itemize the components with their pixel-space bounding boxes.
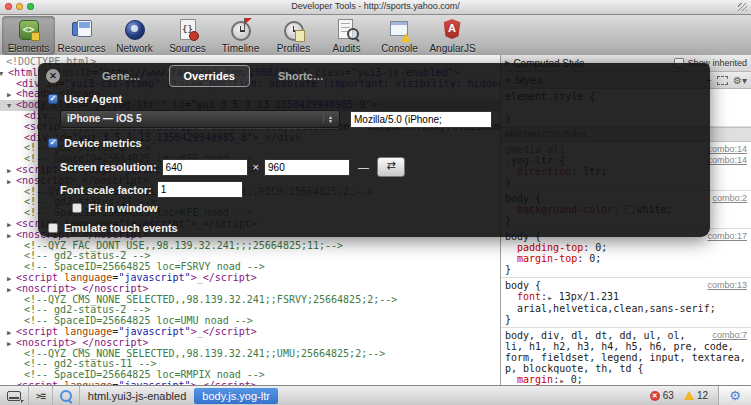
toolbar-tab-sources[interactable]: {}Sources xyxy=(161,16,214,55)
settings-tab-overrides[interactable]: Overrides xyxy=(169,65,250,87)
toolbar-tab-angularjs[interactable]: AAngularJS xyxy=(426,16,479,55)
resources-icon xyxy=(70,18,94,42)
toolbar-tab-elements[interactable]: <>Elements xyxy=(2,16,55,55)
console-prompt-icon: >≡ xyxy=(36,391,45,401)
timeline-icon xyxy=(229,18,253,42)
css-rule[interactable]: combo:13body {font:▶ 13px/1.231 arial,he… xyxy=(501,278,751,328)
dock-icon xyxy=(7,391,21,401)
toolbar-tab-console[interactable]: Console xyxy=(373,16,426,55)
toolbar-tab-label: Timeline xyxy=(222,43,259,54)
resize-grip-icon[interactable] xyxy=(738,3,747,11)
devtools-window: Developer Tools - http://sports.yahoo.co… xyxy=(0,0,751,405)
sources-icon: {} xyxy=(176,18,200,42)
user-agent-controls: iPhone — iOS 5 ▲▼ xyxy=(60,110,492,128)
emulate-touch-label: Emulate touch events xyxy=(64,222,178,234)
styles-gear-icon[interactable]: ⚙▾ xyxy=(733,75,747,86)
emulate-touch-row: Emulate touch events xyxy=(48,222,178,234)
inspect-element-button[interactable] xyxy=(53,386,80,405)
settings-tab-shortc[interactable]: Shortc… xyxy=(264,66,338,86)
fit-in-window-row: Fit in window xyxy=(72,202,158,214)
window-title: Developer Tools - http://sports.yahoo.co… xyxy=(0,1,751,11)
css-rule[interactable]: combo:7body, div, dl, dt, dd, ul, ol, li… xyxy=(501,328,751,386)
element-state-icon[interactable] xyxy=(717,76,728,85)
titlebar: Developer Tools - http://sports.yahoo.co… xyxy=(0,0,751,15)
toolbar-tab-label: Console xyxy=(381,43,418,54)
toolbar-tab-label: Elements xyxy=(8,43,50,54)
toolbar-tab-profiles[interactable]: Profiles xyxy=(267,16,320,55)
toolbar-tab-label: Profiles xyxy=(277,43,310,54)
settings-gear-button[interactable]: ⚙ xyxy=(718,386,751,405)
magnifier-icon xyxy=(60,390,72,402)
settings-overlay: ✕ Gene…OverridesShortc… ✓ User Agent iPh… xyxy=(38,63,710,237)
console-toggle-button[interactable]: >≡ xyxy=(29,386,53,405)
toolbar-tab-timeline[interactable]: Timeline xyxy=(214,16,267,55)
toolbar-tab-label: Resources xyxy=(58,43,106,54)
dash-separator: — xyxy=(358,161,369,173)
console-icon xyxy=(388,18,412,42)
user-agent-checkbox[interactable]: ✓ xyxy=(48,94,58,104)
css-source-link[interactable]: combo:2 xyxy=(712,193,747,203)
toolbar-tab-resources[interactable]: Resources xyxy=(55,16,108,55)
toolbar-tab-label: Sources xyxy=(169,43,206,54)
settings-tab-gene[interactable]: Gene… xyxy=(88,66,155,86)
font-scale-label: Font scale factor: xyxy=(60,184,152,196)
close-settings-icon[interactable]: ✕ xyxy=(46,69,60,83)
gear-icon: ⚙ xyxy=(729,388,741,403)
statusbar: >≡ html.yui3-js-enabledbody.js.yog-ltr ✕… xyxy=(0,385,751,405)
swap-dimensions-button[interactable]: ⇄ xyxy=(377,157,405,177)
error-count[interactable]: 63 xyxy=(663,390,674,401)
device-metrics-checkbox[interactable]: ✓ xyxy=(48,138,58,148)
device-metrics-label: Device metrics xyxy=(64,137,142,149)
audits-icon xyxy=(335,18,359,42)
css-source-link[interactable]: combo:7 xyxy=(712,330,747,340)
dock-toggle-button[interactable] xyxy=(0,386,29,405)
css-property[interactable]: margin-top: 0; xyxy=(505,253,747,264)
settings-tabs: ✕ Gene…OverridesShortc… xyxy=(38,63,710,89)
toolbar-tab-label: Network xyxy=(116,43,153,54)
font-scale-row: Font scale factor: xyxy=(60,181,243,198)
screen-resolution-label: Screen resolution: xyxy=(60,161,157,173)
css-property[interactable]: padding-top: 0; xyxy=(505,242,747,253)
device-metrics-row: ✓ Device metrics xyxy=(48,137,142,149)
screen-width-input[interactable] xyxy=(162,159,248,176)
user-agent-select-value: iPhone — iOS 5 xyxy=(67,111,141,127)
network-icon xyxy=(123,18,147,42)
css-source-link[interactable]: combo:14 xyxy=(707,155,747,165)
font-scale-input[interactable] xyxy=(157,181,243,198)
user-agent-row: ✓ User Agent xyxy=(48,93,122,105)
emulate-touch-checkbox[interactable] xyxy=(48,223,58,233)
toolbar-tabs: <>ElementsResourcesNetwork{}SourcesTimel… xyxy=(0,15,751,57)
times-separator: × xyxy=(253,161,259,173)
user-agent-label: User Agent xyxy=(64,93,122,105)
profiles-icon xyxy=(282,18,306,42)
breadcrumb-item[interactable]: body.js.yog-ltr xyxy=(194,388,278,404)
select-stepper-icon: ▲▼ xyxy=(323,115,333,123)
user-agent-input[interactable] xyxy=(350,111,492,128)
warning-count[interactable]: 12 xyxy=(697,390,708,401)
fit-in-window-checkbox[interactable] xyxy=(72,203,82,213)
css-source-link[interactable]: combo:13 xyxy=(707,280,747,290)
angularjs-icon: A xyxy=(441,18,465,42)
elements-icon: <> xyxy=(17,18,41,42)
screen-height-input[interactable] xyxy=(264,159,350,176)
breadcrumb-item[interactable]: html.yui3-js-enabled xyxy=(80,388,194,404)
css-source-link[interactable]: combo:17 xyxy=(707,231,747,241)
screen-resolution-row: Screen resolution: × — ⇄ xyxy=(60,157,405,177)
toolbar-tab-label: Audits xyxy=(333,43,361,54)
toolbar-tab-label: AngularJS xyxy=(429,43,475,54)
toolbar-tab-audits[interactable]: Audits xyxy=(320,16,373,55)
css-property[interactable]: font:▶ 13px/1.231 arial,helvetica,clean,… xyxy=(505,291,747,314)
user-agent-select[interactable]: iPhone — iOS 5 ▲▼ xyxy=(60,110,340,128)
toolbar-tab-network[interactable]: Network xyxy=(108,16,161,55)
css-source-link[interactable]: combo:14 xyxy=(707,144,747,154)
fit-in-window-label: Fit in window xyxy=(88,202,158,214)
warning-count-icon[interactable] xyxy=(684,391,694,400)
error-count-icon[interactable]: ✕ xyxy=(650,391,660,401)
breadcrumb: html.yui3-js-enabledbody.js.yog-ltr xyxy=(80,388,278,404)
overrides-pane: ✓ User Agent iPhone — iOS 5 ▲▼ ✓ Device … xyxy=(38,89,710,237)
